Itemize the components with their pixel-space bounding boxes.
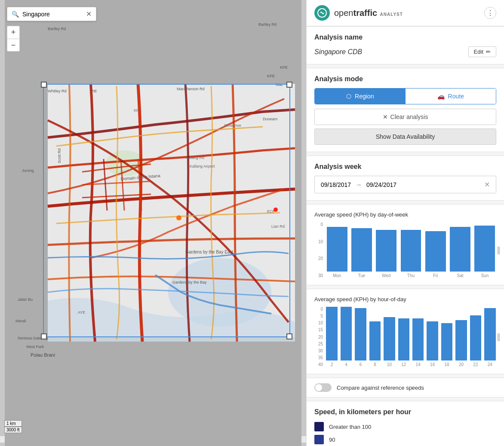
- analysis-name-title: Analysis name: [314, 34, 496, 41]
- chart-dow-scroll[interactable]: ‖: [497, 245, 501, 255]
- svg-text:Pulau Brani: Pulau Brani: [31, 352, 55, 357]
- route-mode-button[interactable]: 🚗 Route: [406, 89, 496, 104]
- handle-top-right[interactable]: [286, 82, 292, 88]
- chart-hod-section: Average speed (KPH) by hour-of-day 40 35…: [307, 289, 504, 374]
- date-range-row[interactable]: 09/18/2017 → 09/24/2017 ✕: [314, 176, 496, 193]
- scale-km: 1 km: [4, 420, 22, 427]
- bar-hour-20: [455, 320, 467, 361]
- speed-item-label: 90: [329, 437, 335, 443]
- bar-hour-2: [326, 307, 337, 360]
- chart-hod-bars: 2 4 6 8 10 12 14 16 18 20: [326, 307, 496, 367]
- bar-hour-6: [355, 308, 366, 361]
- bar-label-mon: Mon: [333, 273, 341, 278]
- bar-col-wed: Wed: [375, 222, 398, 278]
- compare-row: Compare against reference speeds: [307, 378, 504, 397]
- bar-label-fri: Fri: [433, 273, 438, 278]
- bar-label-thu: Thu: [407, 273, 415, 278]
- show-data-availability-button[interactable]: Show Data Availability: [314, 128, 496, 145]
- chart-dow-section: Average speed (KPH) by day-of-week 30 20…: [307, 204, 504, 285]
- handle-bottom-left[interactable]: [41, 333, 47, 339]
- bar-fri: [425, 231, 446, 272]
- chart-dow-bars: Mon Tue Wed Thu Fri Sat Sun: [326, 222, 496, 278]
- info-button[interactable]: ⋮: [484, 7, 496, 19]
- bar-wed: [376, 230, 396, 272]
- logo-icon: [314, 5, 330, 21]
- speed-items-list: Greater than 100 90 80: [314, 422, 496, 446]
- bar-label-sun: Sun: [481, 273, 489, 278]
- bar-col-hour-4: 4: [340, 307, 352, 367]
- bar-label-hour-18: 18: [445, 362, 449, 367]
- speed-item: 90: [314, 435, 496, 444]
- search-input[interactable]: Singapore: [22, 11, 83, 18]
- bar-hour-24: [484, 308, 495, 361]
- end-date: 09/24/2017: [366, 181, 396, 188]
- bar-hour-18: [441, 323, 452, 361]
- panel-header: opentraffic ANALYST ⋮: [307, 0, 504, 26]
- bar-label-tue: Tue: [358, 273, 365, 278]
- bar-col-hour-24: 24: [484, 307, 496, 367]
- bar-label-hour-2: 2: [331, 362, 333, 367]
- bar-label-hour-6: 6: [360, 362, 362, 367]
- compare-label: Compare against reference speeds: [337, 385, 424, 391]
- bar-label-hour-20: 20: [459, 362, 464, 367]
- clear-label: Clear analysis: [390, 113, 428, 120]
- map-search-bar[interactable]: 🔍 Singapore ✕: [7, 7, 96, 21]
- logo-traffic: traffic: [353, 8, 378, 18]
- bar-hour-8: [369, 321, 381, 360]
- edit-button[interactable]: Edit ✏: [468, 46, 496, 57]
- svg-text:West Park: West Park: [26, 345, 44, 349]
- map-zoom-controls: + −: [7, 26, 20, 52]
- bar-label-wed: Wed: [382, 273, 390, 278]
- chart-hod-y-axis: 40 35 30 25 20 15 10 5 0: [314, 307, 323, 367]
- bar-label-hour-14: 14: [416, 362, 421, 367]
- clear-analysis-button[interactable]: ✕ Clear analysis: [314, 109, 496, 125]
- bar-label-hour-12: 12: [401, 362, 406, 367]
- region-label: Region: [355, 93, 374, 100]
- bar-col-hour-2: 2: [326, 307, 338, 367]
- bar-col-hour-8: 8: [369, 307, 381, 367]
- speed-color-swatch: [314, 422, 324, 431]
- bar-hour-12: [398, 318, 409, 360]
- route-icon: 🚗: [437, 93, 445, 100]
- map-area[interactable]: Domain of the Istana Gardens by the Bay …: [0, 0, 306, 446]
- speed-legend-section: Speed, in kilometers per hour Greater th…: [307, 401, 504, 446]
- analysis-name-section: Analysis name Singapore CDB Edit ✏: [307, 26, 504, 64]
- scale-bar: 1 km 3000 ft: [4, 420, 22, 433]
- date-clear-button[interactable]: ✕: [484, 180, 490, 189]
- mode-buttons-group: ⬡ Region 🚗 Route: [314, 88, 496, 104]
- selection-box[interactable]: [43, 84, 290, 337]
- chart-hod-scroll[interactable]: ‖: [497, 332, 501, 342]
- clear-icon: ✕: [383, 113, 388, 120]
- start-date: 09/18/2017: [321, 181, 351, 188]
- svg-rect-4: [295, 84, 301, 342]
- bar-col-sat: Sat: [449, 222, 471, 278]
- handle-top-left[interactable]: [41, 82, 47, 88]
- analysis-week-title: Analysis week: [314, 163, 496, 171]
- bar-label-hour-10: 10: [387, 362, 392, 367]
- logo-open: open: [334, 8, 353, 18]
- handle-bottom-right[interactable]: [286, 333, 292, 339]
- speed-legend-title: Speed, in kilometers per hour: [314, 408, 496, 416]
- bar-col-fri: Fri: [424, 222, 447, 278]
- bar-hour-4: [341, 307, 352, 360]
- speed-item: Greater than 100: [314, 422, 496, 431]
- bar-col-hour-16: 16: [426, 307, 439, 367]
- bar-col-hour-22: 22: [469, 307, 482, 367]
- analysis-name-value: Singapore CDB: [314, 48, 362, 56]
- search-clear-button[interactable]: ✕: [86, 10, 92, 18]
- zoom-out-button[interactable]: −: [7, 39, 20, 52]
- zoom-in-button[interactable]: +: [7, 26, 20, 39]
- region-mode-button[interactable]: ⬡ Region: [315, 89, 406, 104]
- svg-text:Merali: Merali: [15, 319, 26, 323]
- bar-sun: [474, 226, 495, 272]
- bar-label-hour-8: 8: [374, 362, 376, 367]
- compare-toggle[interactable]: [314, 383, 332, 392]
- analysis-name-row: Singapore CDB Edit ✏: [314, 46, 496, 57]
- bar-hour-16: [427, 321, 438, 360]
- speed-color-swatch: [314, 435, 324, 444]
- svg-text:Bartley Rd: Bartley Rd: [48, 27, 66, 31]
- analysis-mode-section: Analysis mode ⬡ Region 🚗 Route ✕ Clear a…: [307, 68, 504, 152]
- chart-dow-y-axis: 30 20 10 0: [314, 222, 323, 278]
- analysis-week-section: Analysis week 09/18/2017 → 09/24/2017 ✕: [307, 156, 504, 201]
- bar-col-mon: Mon: [326, 222, 348, 278]
